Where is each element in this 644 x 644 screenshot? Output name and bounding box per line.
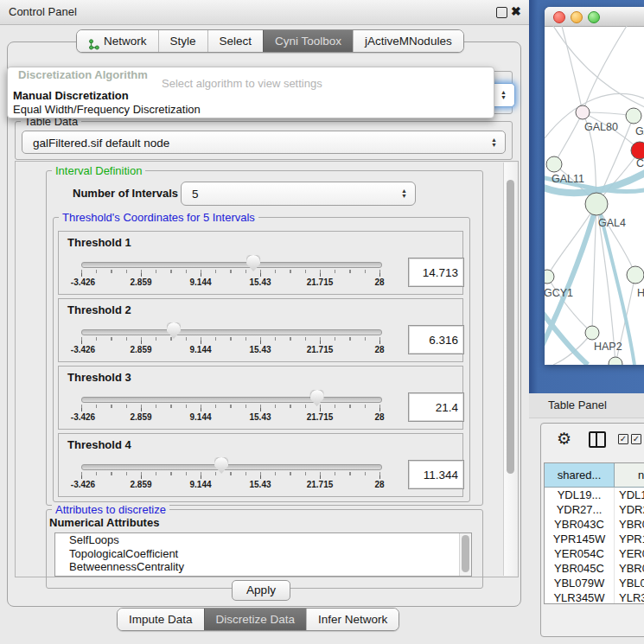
threshold-value-field[interactable] (408, 460, 464, 489)
table-data-combo[interactable]: galFiltered.sif default node ▲▼ (22, 131, 506, 154)
list-item[interactable]: TopologicalCoefficient (55, 547, 471, 561)
node-h[interactable] (627, 266, 644, 284)
list-scrollbar-thumb[interactable] (462, 535, 469, 572)
node-gal80[interactable] (576, 105, 590, 119)
threshold-label: Threshold 4 (67, 438, 131, 451)
threshold-value-field[interactable] (408, 325, 464, 354)
tick-label: 28 (374, 345, 384, 354)
threshold-value-field[interactable] (408, 258, 464, 287)
node-ga[interactable] (626, 108, 641, 124)
zoom-traffic-light[interactable] (588, 11, 600, 23)
cell: YBR0 (615, 561, 644, 576)
tick-label: 28 (374, 480, 384, 489)
node-table: shared... na YDL19...YDL1 YDR27...YDR2 Y… (544, 462, 644, 604)
tab-jactivemnodules[interactable]: jActiveMNodules (353, 30, 463, 52)
cell: YER0 (615, 546, 644, 561)
tab-discretize-data-label: Discretize Data (216, 609, 296, 630)
tab-network-label: Network (104, 30, 147, 52)
vertical-scrollbar[interactable] (503, 163, 517, 576)
tab-discretize-data[interactable]: Discretize Data (204, 609, 307, 630)
tick-label: 2.859 (130, 277, 151, 287)
node-label: GA (635, 125, 644, 137)
network-window-titlebar (545, 7, 644, 27)
table-row[interactable]: YER054CYER0 (545, 546, 644, 561)
cell: YDL19... (545, 488, 615, 502)
numerical-attributes-list[interactable]: SelfLoops TopologicalCoefficient Between… (54, 532, 472, 577)
tab-infer-network[interactable]: Infer Network (306, 609, 399, 630)
threshold-slider[interactable] (81, 329, 382, 335)
table-row[interactable]: YPR145WYPR1 (545, 532, 644, 546)
column-header-name[interactable]: na (615, 463, 644, 487)
discretization-algorithm-ghost-title: Discretization Algorithm (18, 68, 148, 81)
table-panel-title: Table Panel (548, 399, 607, 411)
node-hap2[interactable] (585, 326, 599, 340)
node-bottom[interactable] (609, 357, 622, 365)
tick-label: 15.43 (249, 480, 271, 489)
network-canvas[interactable]: GAL80 GA C GAL11 GAL4 GCY1 H HAP2 (545, 26, 644, 365)
threshold-slider[interactable] (81, 262, 382, 268)
minimize-traffic-light[interactable] (571, 11, 583, 23)
float-window-icon[interactable] (496, 7, 507, 18)
tick-label: 9.144 (189, 480, 211, 489)
close-traffic-light[interactable] (553, 11, 565, 23)
tab-cyni-toolbox[interactable]: Cyni Toolbox (263, 30, 353, 52)
tick-label: -3.426 (71, 480, 95, 489)
vertical-scrollbar-thumb[interactable] (507, 180, 514, 474)
split-pane-icon[interactable] (589, 431, 606, 448)
tab-style[interactable]: Style (158, 30, 207, 52)
cell: YLR345W (545, 590, 615, 604)
tick-label: -3.426 (71, 277, 95, 287)
tab-select[interactable]: Select (207, 30, 264, 52)
tab-style-label: Style (170, 30, 196, 52)
node-gcy1[interactable] (545, 270, 554, 284)
apply-button[interactable]: Apply (232, 580, 290, 601)
checkbox-checked-icon[interactable]: ✓ (618, 434, 628, 444)
table-row[interactable]: YDL19...YDL1 (545, 488, 644, 502)
combo-arrows-icon: ▲▼ (501, 90, 507, 100)
node-gal4[interactable] (585, 193, 608, 215)
tick-label: -3.426 (71, 345, 95, 354)
cell: YPR145W (545, 532, 615, 546)
node-label: H (637, 287, 644, 299)
node-highlighted[interactable] (631, 142, 644, 159)
threshold-label: Threshold 3 (67, 371, 131, 384)
node-gal11[interactable] (546, 156, 562, 172)
checkbox-checked-icon[interactable]: ✓ (631, 434, 641, 444)
cell: YDR2 (615, 502, 644, 517)
gear-icon[interactable]: ⚙ (557, 429, 571, 449)
node-label: GAL11 (552, 173, 584, 185)
threshold-row: Threshold 1 -3.426 2.859 9.144 15.43 21.… (58, 231, 463, 295)
tick-label: 21.715 (307, 345, 334, 354)
tick-label: 2.859 (130, 345, 151, 354)
close-icon[interactable]: ✖ (511, 4, 521, 18)
threshold-slider[interactable] (81, 397, 382, 403)
threshold-slider[interactable] (81, 464, 382, 470)
table-row[interactable]: YBL079WYBL0 (545, 576, 644, 590)
table-row[interactable]: YDR27...YDR2 (545, 502, 644, 517)
column-header-shared-name[interactable]: shared... (545, 463, 615, 487)
cell: YBR0 (615, 517, 644, 532)
list-item[interactable]: SelfLoops (55, 533, 471, 547)
threshold-row: Threshold 2 -3.426 2.859 9.144 15.43 21.… (58, 298, 463, 362)
option-manual-discretization[interactable]: Manual Discretization (12, 89, 490, 102)
tick-label: 15.43 (249, 277, 271, 287)
tab-network[interactable]: Network (77, 30, 158, 52)
tick-label: 28 (374, 277, 384, 287)
tick-label: 2.859 (130, 480, 151, 489)
screen: Control Panel ✖ Network Style Select Cyn… (0, 0, 644, 644)
table-row[interactable]: YBR045CYBR0 (545, 561, 644, 576)
table-row[interactable]: YLR345WYLR3 (545, 590, 644, 604)
tick-label: 9.144 (189, 277, 211, 287)
tab-impute-data[interactable]: Impute Data (118, 609, 204, 630)
threshold-value-field[interactable] (408, 392, 464, 422)
tick-label: 28 (374, 412, 384, 422)
list-scrollbar[interactable] (459, 533, 471, 576)
node-label: GCY1 (545, 287, 573, 299)
cell: YER054C (545, 546, 615, 561)
attributes-group-title: Attributes to discretize (52, 503, 169, 516)
list-item[interactable]: BetweennessCentrality (55, 560, 471, 574)
number-of-intervals-combo[interactable]: 5 ▲▼ (181, 182, 416, 206)
node-label: HAP2 (594, 341, 622, 353)
option-equal-width-frequency[interactable]: Equal Width/Frequency Discretization (12, 103, 490, 116)
table-row[interactable]: YBR043CYBR0 (545, 517, 644, 532)
